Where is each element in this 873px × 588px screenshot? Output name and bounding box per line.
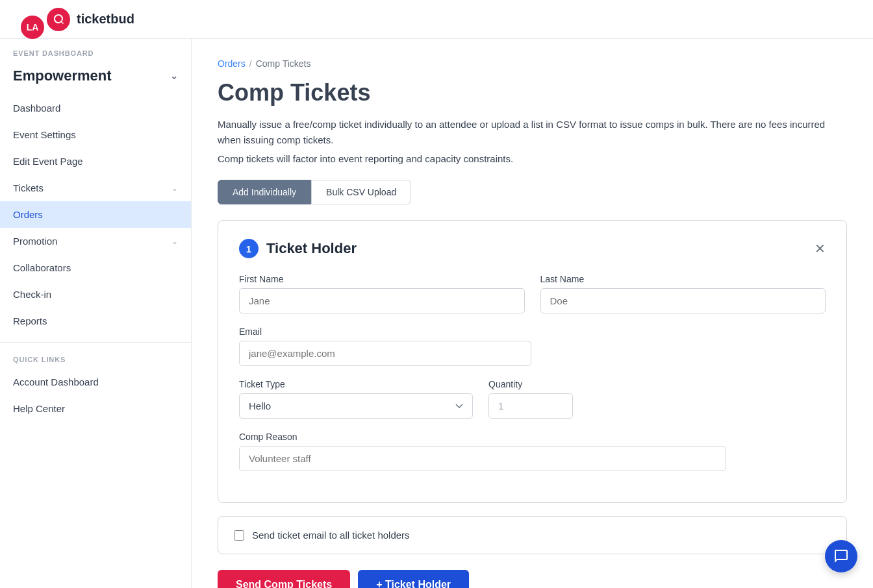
name-row: First Name Last Name: [239, 274, 826, 313]
ticket-quantity-row: Ticket Type Hello Quantity: [239, 379, 826, 419]
sidebar-item-label: Reports: [13, 315, 47, 326]
ticket-type-label: Ticket Type: [239, 379, 473, 389]
add-ticket-holder-button[interactable]: + Ticket Holder: [358, 570, 469, 588]
sidebar-item-label: Check-in: [13, 289, 51, 300]
event-name-text: Empowerment: [13, 67, 112, 84]
first-name-input[interactable]: [239, 288, 525, 313]
page-note: Comp tickets will factor into event repo…: [218, 153, 847, 164]
main-content: Orders / Comp Tickets Comp Tickets Manua…: [192, 39, 873, 588]
avatar[interactable]: LA: [21, 16, 44, 39]
sidebar-item-orders[interactable]: Orders: [0, 201, 191, 228]
sidebar-item-reports[interactable]: Reports: [0, 308, 191, 334]
first-name-label: First Name: [239, 274, 525, 284]
breadcrumb-orders-link[interactable]: Orders: [218, 58, 246, 69]
sidebar-event-name[interactable]: Empowerment ⌄: [0, 62, 191, 95]
topbar: LA ticketbud: [0, 0, 873, 39]
breadcrumb-current: Comp Tickets: [256, 58, 311, 69]
close-button[interactable]: ✕: [815, 242, 826, 255]
quantity-input[interactable]: [488, 393, 573, 419]
sidebar-item-label: Dashboard: [13, 103, 60, 114]
sidebar-item-tickets[interactable]: Tickets⌄: [0, 175, 191, 201]
quick-link-help-center[interactable]: Help Center: [0, 395, 191, 422]
event-dashboard-label: EVENT DASHBOARD: [0, 39, 191, 62]
sidebar-item-edit-event-page[interactable]: Edit Event Page: [0, 148, 191, 175]
sidebar: EVENT DASHBOARD Empowerment ⌄ DashboardE…: [0, 39, 192, 588]
chat-icon: [833, 548, 849, 564]
step-badge: 1: [239, 239, 259, 258]
email-group: Email: [239, 326, 531, 366]
quick-link-label: Account Dashboard: [13, 376, 99, 387]
sidebar-item-label: Event Settings: [13, 129, 76, 140]
tab-add-individually[interactable]: Add Individually: [218, 180, 311, 204]
email-row: Email: [239, 326, 826, 366]
send-comp-tickets-button[interactable]: Send Comp Tickets: [218, 570, 350, 588]
tab-bulk-csv[interactable]: Bulk CSV Upload: [311, 180, 411, 204]
last-name-group: Last Name: [540, 274, 826, 313]
sidebar-item-check-in[interactable]: Check-in: [0, 281, 191, 308]
sidebar-divider: [0, 342, 191, 343]
sidebar-item-label: Promotion: [13, 236, 57, 247]
breadcrumb-separator: /: [249, 58, 252, 69]
sidebar-item-label: Tickets: [13, 182, 44, 193]
ticket-type-group: Ticket Type Hello: [239, 379, 473, 419]
quick-link-account-dashboard[interactable]: Account Dashboard: [0, 369, 191, 395]
ticket-type-select[interactable]: Hello: [239, 393, 473, 419]
send-email-label: Send ticket email to all ticket holders: [252, 530, 410, 541]
sidebar-item-promotion[interactable]: Promotion⌄: [0, 228, 191, 254]
action-row: Send Comp Tickets + Ticket Holder: [218, 570, 847, 588]
sidebar-item-label: Orders: [13, 209, 43, 220]
logo-icon: [47, 8, 70, 31]
comp-reason-input[interactable]: [239, 446, 726, 471]
breadcrumb: Orders / Comp Tickets: [218, 58, 847, 69]
card-header: 1 Ticket Holder ✕: [239, 239, 826, 258]
quick-links: Account DashboardHelp Center: [0, 369, 191, 422]
sidebar-item-dashboard[interactable]: Dashboard: [0, 95, 191, 121]
quantity-label: Quantity: [488, 379, 573, 389]
tab-buttons: Add Individually Bulk CSV Upload: [218, 180, 847, 204]
chevron-right-icon: ⌄: [171, 184, 178, 193]
card-title: Ticket Holder: [266, 240, 357, 257]
sidebar-item-label: Collaborators: [13, 262, 71, 273]
chevron-right-icon: ⌄: [171, 237, 178, 246]
ticket-holder-form-card: 1 Ticket Holder ✕ First Name Last Name: [218, 220, 847, 503]
quick-link-label: Help Center: [13, 403, 65, 414]
chevron-down-icon: ⌄: [170, 71, 178, 81]
comp-reason-group: Comp Reason: [239, 432, 726, 471]
email-input[interactable]: [239, 341, 531, 366]
send-email-checkbox[interactable]: [234, 530, 244, 541]
chat-bubble-button[interactable]: [825, 540, 857, 572]
logo-text: ticketbud: [77, 12, 134, 27]
sidebar-nav: DashboardEvent SettingsEdit Event PageTi…: [0, 95, 191, 334]
last-name-label: Last Name: [540, 274, 826, 284]
sidebar-item-collaborators[interactable]: Collaborators: [0, 254, 191, 281]
quick-links-label: QUICK LINKS: [0, 350, 191, 369]
comp-reason-label: Comp Reason: [239, 432, 726, 442]
page-title: Comp Tickets: [218, 79, 847, 106]
sidebar-item-label: Edit Event Page: [13, 156, 83, 167]
first-name-group: First Name: [239, 274, 525, 313]
svg-point-0: [47, 8, 70, 31]
sidebar-item-event-settings[interactable]: Event Settings: [0, 121, 191, 148]
comp-reason-row: Comp Reason: [239, 432, 826, 471]
card-title-area: 1 Ticket Holder: [239, 239, 357, 258]
email-checkbox-card: Send ticket email to all ticket holders: [218, 516, 847, 554]
email-label: Email: [239, 326, 531, 337]
page-description: Manually issue a free/comp ticket indivi…: [218, 117, 847, 148]
last-name-input[interactable]: [540, 288, 826, 313]
quantity-group: Quantity: [488, 379, 573, 419]
